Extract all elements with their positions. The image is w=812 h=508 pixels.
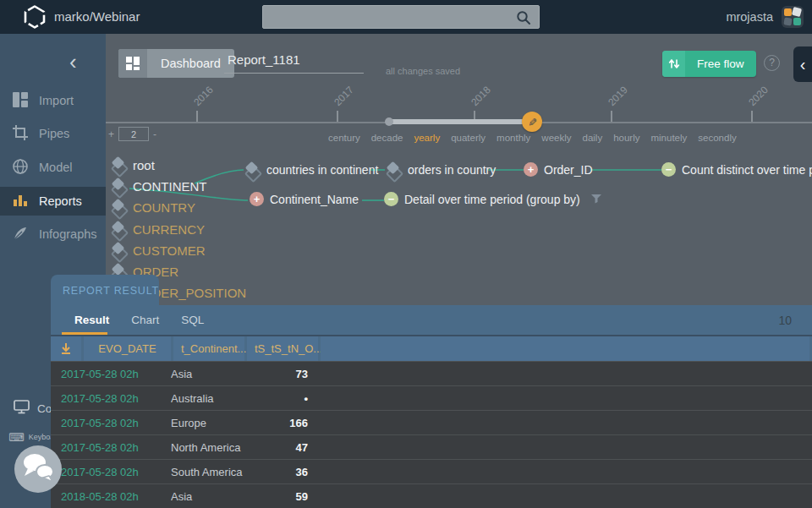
report-result-body: Result Chart SQL 10 EVO_DATE t_Continent… — [51, 305, 812, 508]
tab-result[interactable]: Result — [74, 314, 109, 326]
sidebar-item-pipes[interactable]: Pipes — [0, 119, 106, 148]
tab-sql[interactable]: SQL — [181, 314, 204, 326]
granularity-daily[interactable]: daily — [583, 133, 603, 143]
app-window: marko/Webinar mrojasta ‹ Import Pipes Mo… — [0, 0, 812, 508]
sort-arrows-icon — [662, 51, 685, 77]
minus-circle-icon: − — [661, 162, 676, 177]
cell-value: • — [247, 392, 318, 405]
entity-label: CONTINENT — [133, 179, 207, 194]
zoom-plus-button[interactable]: + — [108, 128, 114, 140]
top-bar: marko/Webinar mrojasta — [0, 0, 812, 34]
result-tabbar: Result Chart SQL 10 — [51, 305, 812, 336]
tree-node-countries-in-continent[interactable]: countries in continent — [244, 161, 378, 179]
monitor-icon — [14, 400, 30, 417]
granularity-yearly[interactable]: yearly — [414, 133, 440, 143]
timeline-range-bar[interactable] — [389, 119, 533, 124]
table-row[interactable]: 2017-05-28 02h Europe 166 — [51, 410, 812, 434]
layers-diamond-icon — [110, 220, 127, 238]
zoom-value-input[interactable] — [118, 127, 149, 141]
tree-entity-currency[interactable]: CURRENCY — [110, 220, 205, 238]
download-button[interactable] — [51, 336, 81, 361]
tree-entity-customer[interactable]: CUSTOMER — [110, 241, 206, 259]
search-input[interactable] — [270, 6, 507, 28]
avatar[interactable] — [782, 6, 804, 28]
username: mrojasta — [726, 10, 773, 24]
panel-title: REPORT RESULT — [63, 285, 159, 297]
column-header-value[interactable]: tS_tS_tN_O... — [247, 336, 318, 361]
cell-continent: Asia — [171, 490, 247, 503]
column-header-filler — [321, 336, 809, 361]
node-label: Count distinct over time pe — [682, 163, 812, 177]
cell-value: 59 — [247, 490, 318, 503]
user-menu[interactable]: mrojasta — [726, 0, 804, 34]
column-header-continent[interactable]: t_Continent... — [173, 336, 244, 361]
sidebar-item-label: Reports — [39, 194, 82, 208]
table-row[interactable]: 2017-05-28 02h North America 47 — [51, 434, 812, 459]
granularity-decade[interactable]: decade — [371, 133, 403, 143]
table-row[interactable]: 2017-05-28 02h South America 36 — [51, 459, 812, 483]
timeline-year-label: 2017 — [332, 84, 356, 108]
tab-chart[interactable]: Chart — [131, 314, 159, 326]
report-result-tab[interactable]: REPORT RESULT — [51, 275, 159, 305]
sidebar-item-import[interactable]: Import — [0, 86, 106, 115]
layers-diamond-icon — [110, 241, 127, 259]
granularity-secondly[interactable]: secondly — [698, 133, 736, 143]
tree-entity-country[interactable]: COUNTRY — [110, 198, 195, 216]
table-row[interactable]: 2018-05-28 02h Asia 59 — [51, 483, 812, 508]
tree-node-count-distinct[interactable]: −Count distinct over time pe — [661, 162, 812, 177]
console-button[interactable]: Cor — [14, 394, 56, 423]
timeline-tick — [611, 111, 612, 122]
keyboard-shortcuts-button[interactable]: ⌨ Keyboar — [8, 429, 57, 445]
plus-circle-icon: + — [524, 162, 538, 177]
column-header-evo-date[interactable]: EVO_DATE — [84, 336, 171, 361]
granularity-minutely[interactable]: minutely — [650, 133, 687, 143]
granularity-monthly[interactable]: monthly — [497, 133, 530, 143]
timeline-year-label: 2020 — [746, 84, 771, 108]
cell-continent: Australia — [171, 392, 247, 405]
filter-icon[interactable] — [591, 193, 601, 206]
sidebar-item-infographs[interactable]: Infographs — [0, 220, 106, 249]
granularity-quaterly[interactable]: quaterly — [451, 133, 486, 143]
sidebar-item-label: Model — [39, 161, 73, 174]
table-row[interactable]: 2017-05-28 02h Asia 73 — [51, 361, 812, 385]
entity-label: COUNTRY — [133, 200, 195, 215]
globe-icon — [12, 158, 29, 178]
granularity-weekly[interactable]: weekly — [541, 133, 571, 143]
help-icon[interactable]: ? — [764, 55, 780, 71]
result-row-count: 10 — [778, 314, 812, 327]
report-title-field[interactable] — [224, 52, 364, 74]
granularity-hourly[interactable]: hourly — [613, 133, 639, 143]
search-icon[interactable] — [515, 9, 532, 30]
sidebar-item-reports[interactable]: Reports — [0, 187, 106, 216]
entity-label: CUSTOMER — [133, 243, 206, 258]
layers-diamond-icon — [385, 161, 402, 179]
sidebar-item-label: Infographs — [39, 227, 97, 241]
cell-value: 166 — [247, 417, 318, 429]
keyboard-icon: ⌨ — [8, 432, 25, 443]
cell-value: 47 — [247, 441, 318, 454]
timeline-range-start-handle[interactable] — [385, 117, 393, 126]
report-title-input[interactable] — [224, 52, 364, 74]
table-row[interactable]: 2017-05-28 02h Australia • — [51, 385, 812, 410]
tree-node-continent-name[interactable]: +Continent_Name — [250, 192, 359, 206]
free-flow-button[interactable]: Free flow — [662, 51, 756, 77]
right-panel-collapse-tab[interactable]: ‹ — [793, 46, 812, 82]
tree-entity-root[interactable]: root — [110, 156, 155, 174]
free-flow-label: Free flow — [685, 57, 756, 70]
sidebar-item-model[interactable]: Model — [0, 153, 106, 182]
node-label: orders in country — [408, 163, 496, 177]
zoom-minus-button[interactable]: - — [153, 128, 156, 140]
granularity-century[interactable]: century — [328, 133, 360, 143]
sidebar-collapse-icon[interactable]: ‹ — [69, 49, 77, 75]
tree-node-orders-in-country[interactable]: orders in country — [385, 161, 496, 179]
timeline-edit-handle[interactable]: ✎ — [522, 112, 542, 132]
tree-entity-continent[interactable]: CONTINENT — [110, 177, 207, 195]
report-result-panel: REPORT RESULT Result Chart SQL 10 EVO_DA… — [51, 275, 812, 508]
tree-node-order-id[interactable]: +Order_ID — [524, 162, 593, 177]
layers-diamond-icon — [110, 156, 127, 174]
global-search[interactable] — [262, 5, 540, 29]
chat-button[interactable] — [14, 445, 62, 493]
dashboard-button[interactable]: Dashboard — [118, 49, 234, 78]
node-label: Order_ID — [544, 163, 593, 177]
tree-node-detail-over-time[interactable]: −Detail over time period (group by) — [384, 192, 601, 206]
